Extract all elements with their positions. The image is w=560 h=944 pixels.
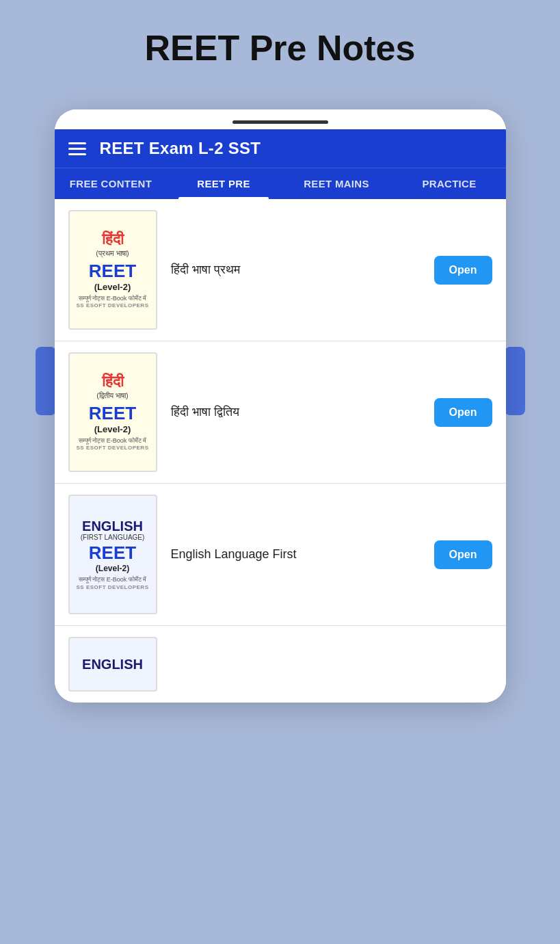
book-main-title-3: ENGLISH <box>82 519 143 534</box>
book-subtitle-2: (द्वितीय भाषा) <box>96 391 128 400</box>
side-accent-left <box>36 347 56 415</box>
book-dev-3: SS ESOFT DEVELOPERS <box>77 584 149 590</box>
book-main-title-4: ENGLISH <box>82 657 143 672</box>
tab-reet-pre[interactable]: REET PRE <box>168 168 280 199</box>
book-notes-2: सम्पूर्ण नोट्स E-Book फोर्मेट में <box>79 437 147 445</box>
item-label-1: हिंदी भाषा प्रथम <box>171 263 421 277</box>
tab-reet-mains[interactable]: REET MAINS <box>280 168 393 199</box>
book-level-3: (Level-2) <box>96 564 129 573</box>
app-header-title: REET Exam L-2 SST <box>100 139 261 158</box>
list-item: हिंदी (द्वितीय भाषा) REET (Level-2) सम्प… <box>55 341 506 484</box>
tabs-row: FREE CONTENT REET PRE REET MAINS PRACTIC… <box>55 168 506 199</box>
phone-notch <box>55 109 506 129</box>
book-main-title-1: हिंदी <box>102 231 124 248</box>
book-notes-1: सम्पूर्ण नोट्स E-Book फोर्मेट में <box>79 295 147 303</box>
book-cover-4: ENGLISH <box>68 637 157 692</box>
book-dev-1: SS ESOFT DEVELOPERS <box>77 302 149 309</box>
item-label-2: हिंदी भाषा द्वितिय <box>171 405 421 419</box>
book-reet-2: REET <box>89 403 136 424</box>
book-level-2: (Level-2) <box>94 424 131 434</box>
page-title: REET Pre Notes <box>145 27 416 68</box>
hamburger-icon[interactable] <box>68 142 86 155</box>
open-button-2[interactable]: Open <box>434 398 492 427</box>
content-list: हिंदी (प्रथम भाषा) REET (Level-2) सम्पूर… <box>55 199 506 703</box>
tab-practice[interactable]: PRACTICE <box>393 168 506 199</box>
open-button-3[interactable]: Open <box>434 540 492 569</box>
book-subtitle-1: (प्रथम भाषा) <box>96 249 129 258</box>
book-level-1: (Level-2) <box>94 282 131 292</box>
notch-bar <box>232 120 328 124</box>
book-notes-3: सम्पूर्ण नोट्स E-Book फोर्मेट में <box>79 576 147 584</box>
book-cover-2: हिंदी (द्वितीय भाषा) REET (Level-2) सम्प… <box>68 352 157 472</box>
book-reet-3: REET <box>89 542 136 564</box>
list-item: हिंदी (प्रथम भाषा) REET (Level-2) सम्पूर… <box>55 199 506 341</box>
list-item: ENGLISH (FIRST LANGUAGE) REET (Level-2) … <box>55 484 506 626</box>
side-accent-right <box>505 347 525 415</box>
app-header: REET Exam L-2 SST <box>55 129 506 168</box>
book-cover-3: ENGLISH (FIRST LANGUAGE) REET (Level-2) … <box>68 495 157 614</box>
item-label-3: English Language First <box>171 547 421 562</box>
book-subtitle-3: (FIRST LANGUAGE) <box>81 534 145 541</box>
book-reet-1: REET <box>89 261 136 282</box>
book-main-title-2: हिंदी <box>102 373 124 390</box>
book-cover-1: हिंदी (प्रथम भाषा) REET (Level-2) सम्पूर… <box>68 210 157 330</box>
phone-container: REET Exam L-2 SST FREE CONTENT REET PRE … <box>55 109 506 703</box>
open-button-1[interactable]: Open <box>434 256 492 285</box>
tab-free-content[interactable]: FREE CONTENT <box>55 168 168 199</box>
book-dev-2: SS ESOFT DEVELOPERS <box>77 445 149 451</box>
list-item: ENGLISH <box>55 626 506 703</box>
